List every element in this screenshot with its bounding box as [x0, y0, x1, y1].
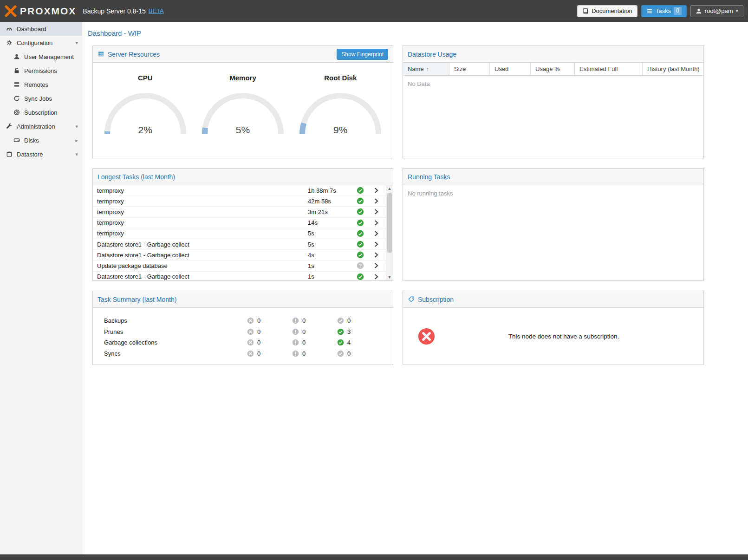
server-icon [13, 81, 20, 88]
sidebar-item-label: Subscription [24, 109, 58, 116]
chevron-right-icon[interactable] [366, 198, 386, 204]
sidebar-item-subscription[interactable]: Subscription [0, 105, 82, 119]
task-row[interactable]: termproxy 14s [93, 218, 393, 228]
summary-label: Garbage collections [93, 339, 247, 346]
sidebar-item-permissions[interactable]: Permissions [0, 64, 82, 78]
panel-title: Datastore Usage [408, 51, 456, 58]
product-version: Backup Server 0.8-15 [83, 7, 145, 15]
chevron-right-icon[interactable] [366, 220, 386, 226]
status-ok-icon [354, 208, 366, 215]
proxmox-x-icon [5, 5, 17, 17]
panel-title: Server Resources [108, 51, 160, 58]
error-count-icon [247, 350, 254, 357]
chevron-right-icon[interactable] [366, 241, 386, 247]
column-header-name[interactable]: Name↑ [403, 63, 449, 75]
task-row[interactable]: termproxy 5s [93, 228, 393, 239]
sidebar-item-disks[interactable]: Disks ▸ [0, 133, 82, 147]
summary-label: Prunes [93, 328, 247, 335]
refresh-icon [13, 95, 20, 102]
gauge-icon [6, 25, 13, 33]
task-name: Datastore store1 - Garbage collect [97, 241, 308, 248]
sidebar-item-remotes[interactable]: Remotes [0, 78, 82, 91]
chevron-right-icon[interactable] [366, 273, 386, 280]
vertical-scrollbar[interactable]: ▲ ▼ [386, 185, 393, 280]
sidebar-item-sync-jobs[interactable]: Sync Jobs [0, 91, 82, 105]
documentation-button[interactable]: Documentation [577, 5, 637, 17]
scrollbar-thumb[interactable] [387, 193, 392, 253]
task-duration: 1s [308, 273, 354, 280]
sidebar-item-dashboard[interactable]: Dashboard [0, 22, 82, 36]
caret-down-icon: ▾ [75, 151, 78, 157]
task-row[interactable]: Datastore store1 - Garbage collect 5s [93, 239, 393, 250]
sidebar-item-label: Sync Jobs [24, 95, 52, 102]
hdd-icon [13, 137, 20, 144]
task-duration: 1h 38m 7s [308, 187, 354, 194]
top-bar: PROXMOX Backup Server 0.8-15 BETA Docume… [0, 0, 748, 22]
root-disk-gauge: Root Disk 9% [295, 74, 386, 136]
task-summary-table: Backups 0 0 0 Prunes 0 0 3 Garbage [93, 308, 393, 365]
ok-count: 4 [347, 339, 351, 346]
column-header-size[interactable]: Size [449, 63, 490, 75]
user-label: root@pam [705, 7, 733, 14]
status-ok-icon [354, 219, 366, 227]
sidebar-item-datastore[interactable]: Datastore ▾ [0, 147, 82, 161]
task-summary-panel: Task Summary (last Month) Backups 0 0 0 … [92, 291, 393, 365]
error-count: 0 [257, 350, 260, 357]
scroll-down-arrow[interactable]: ▼ [386, 274, 393, 280]
chevron-right-icon[interactable] [366, 208, 386, 215]
summary-row: Backups 0 0 0 [93, 315, 393, 326]
task-row[interactable]: termproxy 1h 38m 7s [93, 185, 393, 196]
gauge-label: Root Disk [295, 74, 386, 82]
gauge-value: 5% [201, 124, 285, 136]
sidebar-item-label: Disks [24, 137, 39, 144]
scroll-up-arrow[interactable]: ▲ [386, 185, 393, 192]
empty-state-text: No Data [403, 76, 703, 92]
task-name: Datastore store1 - Garbage collect [97, 252, 308, 259]
tags-icon [408, 296, 415, 303]
column-header-estimated-full[interactable]: Estimated Full [575, 63, 643, 75]
beta-link[interactable]: BETA [149, 7, 164, 14]
error-count: 0 [257, 328, 260, 335]
column-header-usage-pct[interactable]: Usage % [531, 63, 575, 75]
sidebar-item-label: Configuration [17, 39, 52, 46]
user-menu-button[interactable]: root@pam ▾ [690, 5, 743, 17]
task-row[interactable]: termproxy 42m 58s [93, 196, 393, 207]
summary-row: Syncs 0 0 0 [93, 348, 393, 359]
datastore-usage-panel: Datastore Usage Name↑ Size Used Usage % … [403, 46, 704, 158]
user-icon [696, 8, 702, 14]
task-row[interactable]: termproxy 3m 21s [93, 207, 393, 217]
chevron-right-icon[interactable] [366, 230, 386, 237]
status-bar [0, 554, 748, 560]
warning-count: 0 [302, 339, 306, 346]
gears-icon [6, 39, 13, 46]
svg-text:?: ? [359, 263, 362, 268]
status-ok-icon [354, 251, 366, 259]
chevron-right-icon[interactable] [366, 252, 386, 258]
tasks-label: Tasks [656, 7, 671, 14]
column-header-history[interactable]: History (last Month) [643, 63, 703, 75]
task-name: Update package database [97, 262, 308, 269]
sidebar-item-label: Remotes [24, 81, 48, 88]
unlock-icon [13, 67, 20, 74]
column-header-used[interactable]: Used [490, 63, 531, 75]
chevron-right-icon[interactable] [366, 262, 386, 269]
sidebar-item-label: Dashboard [17, 26, 46, 33]
wrench-icon [6, 123, 13, 130]
show-fingerprint-button[interactable]: Show Fingerprint [337, 49, 388, 60]
sidebar-item-configuration[interactable]: Configuration ▾ [0, 36, 82, 50]
status-ok-icon [354, 230, 366, 237]
cpu-gauge: CPU 2% [100, 74, 190, 136]
status-unknown-icon: ? [354, 262, 366, 269]
task-row[interactable]: Update package database 1s ? [93, 260, 393, 271]
task-row[interactable]: Datastore store1 - Garbage collect 4s [93, 250, 393, 260]
datastore-table-header: Name↑ Size Used Usage % Estimated Full H… [403, 63, 703, 76]
summary-label: Syncs [93, 350, 247, 357]
tasks-button[interactable]: Tasks 0 [641, 5, 687, 17]
task-duration: 4s [308, 252, 354, 259]
panel-title: Subscription [418, 296, 454, 303]
task-row[interactable]: Datastore store1 - Garbage collect 1s [93, 272, 393, 281]
chevron-right-icon[interactable] [366, 187, 386, 194]
sidebar-item-administration[interactable]: Administration ▾ [0, 119, 82, 133]
sidebar-item-label: Permissions [24, 67, 57, 74]
sidebar-item-user-management[interactable]: User Management [0, 50, 82, 64]
